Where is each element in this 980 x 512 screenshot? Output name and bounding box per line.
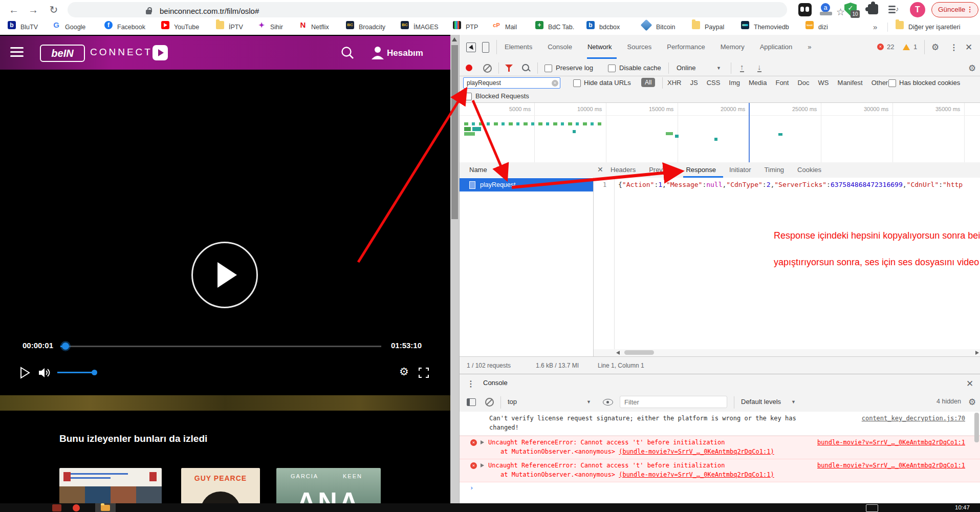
- bookmark-item[interactable]: Netflix: [311, 22, 329, 33]
- expand-triangle-icon[interactable]: [481, 440, 484, 444]
- throttling-dropdown-icon[interactable]: ▼: [716, 66, 721, 71]
- error-stack-link[interactable]: (bundle-movie?v=SrrV_…_0KeAntmbq2rDqCo1:…: [619, 471, 774, 478]
- account-label[interactable]: Hesabım: [387, 48, 423, 58]
- volume-slider[interactable]: [57, 372, 94, 373]
- volume-handle[interactable]: [92, 370, 97, 375]
- console-context-select[interactable]: top: [508, 398, 517, 406]
- address-bar[interactable]: beinconnect.com.tr/film/oslo# ☆: [68, 2, 787, 17]
- video-play-button[interactable]: [191, 242, 258, 308]
- expand-triangle-icon[interactable]: [481, 463, 484, 467]
- bookmark-item[interactable]: PTP: [466, 22, 478, 33]
- filter-funnel-icon[interactable]: [505, 65, 513, 72]
- taskbar-record-icon[interactable]: [73, 504, 80, 511]
- forward-icon[interactable]: →: [27, 3, 40, 16]
- account-person-icon[interactable]: [371, 45, 385, 60]
- reload-icon[interactable]: ↻: [47, 3, 60, 16]
- chrome-update-button[interactable]: Güncelle ⋮: [931, 2, 978, 17]
- response-tab-cookies[interactable]: Cookies: [797, 166, 821, 174]
- type-filter-css[interactable]: CSS: [707, 79, 721, 87]
- console-error-row[interactable]: × Uncaught ReferenceError: Cannot access…: [460, 436, 980, 459]
- context-dropdown-icon[interactable]: ▼: [586, 399, 591, 404]
- blocked-requests-label[interactable]: Blocked Requests: [475, 92, 529, 100]
- devtools-settings-gear-icon[interactable]: ⚙: [931, 42, 939, 53]
- has-blocked-cookies-checkbox[interactable]: [888, 79, 896, 87]
- bookmark-item[interactable]: BdC Tab.: [548, 22, 574, 33]
- type-filter-media[interactable]: Media: [749, 79, 767, 87]
- warning-badge-icon[interactable]: [903, 44, 910, 50]
- scrollbar-left-arrow[interactable]: [616, 351, 620, 355]
- fullscreen-icon[interactable]: [419, 368, 429, 378]
- bookmarks-overflow-chevron[interactable]: »: [873, 22, 877, 33]
- tab-application[interactable]: Application: [760, 43, 793, 51]
- error-source-link[interactable]: bundle-movie?v=SrrV_…_0KeAntmbq2rDqCo1:1: [817, 462, 965, 469]
- bookmark-item[interactable]: İMAGES: [413, 22, 439, 33]
- scrollbar-thumb[interactable]: [451, 45, 458, 219]
- console-filter-input[interactable]: [620, 396, 727, 408]
- back-icon[interactable]: ←: [7, 3, 20, 16]
- type-filter-other[interactable]: Other: [872, 79, 888, 87]
- queue-list-icon[interactable]: ♪: [888, 4, 902, 15]
- request-row-playrequest[interactable]: playRequest: [460, 178, 593, 191]
- other-bookmarks[interactable]: Diğer yer işaretleri: [908, 22, 960, 33]
- disable-cache-label[interactable]: Disable cache: [619, 64, 661, 72]
- profile-avatar[interactable]: T: [910, 2, 925, 17]
- taskbar-keyboard-icon[interactable]: [866, 504, 878, 512]
- console-prompt-row[interactable]: ›: [460, 482, 980, 495]
- blocked-requests-checkbox[interactable]: [464, 93, 472, 100]
- bookmark-item[interactable]: Facebook: [117, 22, 145, 33]
- tab-console[interactable]: Console: [548, 43, 572, 51]
- seek-handle[interactable]: [62, 343, 69, 350]
- clear-icon[interactable]: [483, 64, 492, 73]
- extensions-puzzle-icon[interactable]: [868, 4, 878, 14]
- request-name[interactable]: playRequest: [480, 178, 516, 191]
- type-filter-doc[interactable]: Doc: [797, 79, 809, 87]
- response-json-line[interactable]: {"Action":1,"Message":null,"CdnType":2,"…: [618, 181, 980, 188]
- bookmark-star-icon[interactable]: ☆: [836, 6, 845, 18]
- type-filter-ws[interactable]: WS: [818, 79, 829, 87]
- bein-logo[interactable]: beIN: [40, 45, 85, 62]
- tab-performance[interactable]: Performance: [667, 43, 705, 51]
- console-log-row[interactable]: Can't verify license request signature; …: [460, 412, 980, 436]
- type-filter-manifest[interactable]: Manifest: [838, 79, 863, 87]
- console-settings-gear-icon[interactable]: ⚙: [968, 397, 976, 408]
- tab-network[interactable]: Network: [587, 43, 612, 51]
- network-settings-gear-icon[interactable]: ⚙: [968, 63, 976, 74]
- error-stack-link[interactable]: (bundle-movie?v=SrrV_…_0KeAntmbq2rDqCo1:…: [619, 448, 774, 455]
- extension-icon-a[interactable]: a: [821, 3, 834, 16]
- hide-data-urls-label[interactable]: Hide data URLs: [584, 79, 631, 87]
- url-text[interactable]: beinconnect.com.tr/film/oslo#: [160, 7, 259, 15]
- play-control-icon[interactable]: [19, 367, 31, 379]
- bookmark-item[interactable]: Mail: [505, 22, 517, 33]
- error-count[interactable]: 22: [887, 43, 894, 51]
- taskbar-app-icon[interactable]: [52, 504, 61, 511]
- response-tab-headers[interactable]: Headers: [611, 166, 636, 174]
- bookmark-item[interactable]: Themoviedb: [754, 22, 789, 33]
- hide-data-urls-checkbox[interactable]: [573, 79, 581, 87]
- type-filter-all[interactable]: All: [641, 78, 655, 87]
- bookmark-item[interactable]: dizi: [818, 22, 828, 33]
- tab-elements[interactable]: Elements: [505, 43, 532, 51]
- console-close-icon[interactable]: ✕: [966, 378, 973, 389]
- bookmark-item[interactable]: Bitcoin: [656, 22, 676, 33]
- console-scrollbar-thumb[interactable]: [974, 413, 979, 442]
- close-request-detail-icon[interactable]: ✕: [597, 165, 603, 174]
- seek-bar[interactable]: [60, 346, 381, 347]
- bookmark-item[interactable]: YouTube: [174, 22, 199, 33]
- levels-dropdown-icon[interactable]: ▼: [791, 399, 796, 404]
- console-error-row[interactable]: × Uncaught ReferenceError: Cannot access…: [460, 459, 980, 482]
- type-filter-font[interactable]: Font: [775, 79, 789, 87]
- bookmark-item[interactable]: BluTV: [20, 22, 38, 33]
- search-icon[interactable]: [340, 45, 355, 60]
- bookmark-item[interactable]: Sihir: [270, 22, 283, 33]
- import-har-icon[interactable]: ↑: [740, 62, 744, 72]
- console-sidebar-icon[interactable]: [467, 398, 476, 406]
- scrollbar-up-arrow[interactable]: [452, 37, 457, 41]
- type-filter-img[interactable]: Img: [729, 79, 740, 87]
- bookmark-item[interactable]: İPTV: [229, 22, 243, 33]
- inspect-element-icon[interactable]: [466, 42, 476, 52]
- scrollbar-thumb[interactable]: [624, 350, 654, 355]
- volume-icon[interactable]: [38, 367, 51, 379]
- scrollbar-right-arrow[interactable]: [975, 351, 979, 355]
- network-filter-input[interactable]: [463, 77, 560, 89]
- tab-sources[interactable]: Sources: [627, 43, 652, 51]
